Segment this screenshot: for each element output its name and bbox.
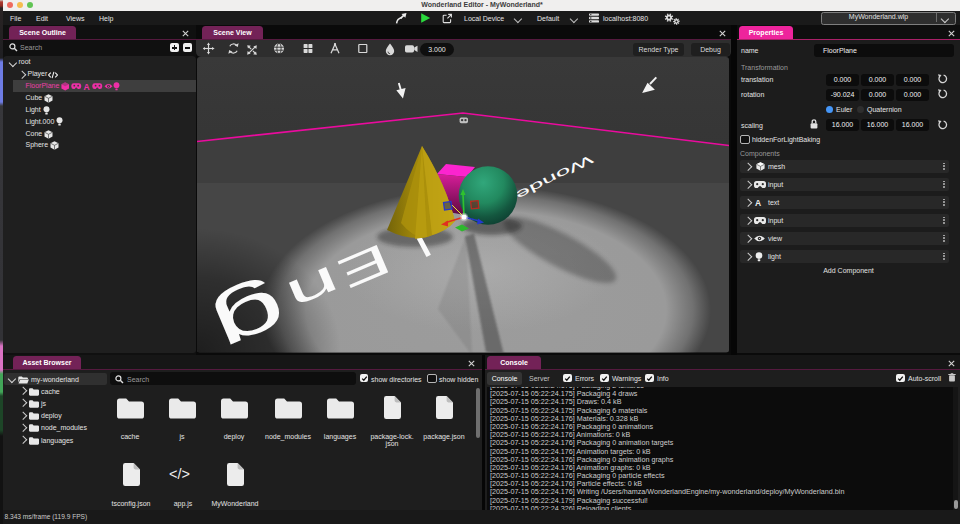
svg-text:A: A <box>84 82 90 91</box>
